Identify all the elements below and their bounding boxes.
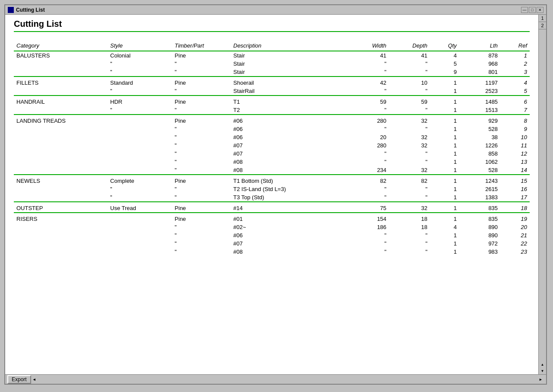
table-cell: 1 — [430, 185, 459, 193]
cutting-table: Category Style Timber/Part Description W… — [14, 41, 530, 256]
scroll-right-arrow[interactable]: ► — [537, 377, 544, 382]
table-cell: 18 — [500, 202, 530, 213]
col-style: Style — [108, 41, 172, 51]
table-cell: 16 — [500, 185, 530, 193]
table-cell: 1 — [500, 51, 530, 60]
table-cell: 82 — [389, 175, 430, 185]
table-cell: 835 — [459, 202, 500, 213]
table-cell: " — [389, 185, 430, 193]
right-sidebar: 1 2 ▲ ▼ — [538, 15, 546, 374]
table-cell: #01 — [231, 213, 348, 223]
table-cell: " — [108, 68, 172, 76]
table-row: ""T2""115137 — [14, 106, 530, 115]
table-cell: " — [389, 231, 430, 239]
table-cell: 22 — [500, 239, 530, 248]
maximize-button[interactable]: □ — [529, 7, 536, 13]
table-cell: 23 — [500, 248, 530, 256]
table-cell: #14 — [231, 202, 348, 213]
table-cell: " — [389, 248, 430, 256]
table-row: ""Stair""59682 — [14, 60, 530, 68]
table-cell: 1 — [430, 248, 459, 256]
page-2-btn[interactable]: 2 — [539, 22, 546, 29]
table-cell: 801 — [459, 68, 500, 76]
table-cell: 890 — [459, 223, 500, 231]
scroll-down-arrow[interactable]: ▼ — [540, 368, 546, 374]
bottom-bar: Export ◄ ► — [5, 374, 546, 384]
table-row: ""StairRail""125235 — [14, 87, 530, 96]
table-cell: " — [172, 248, 231, 256]
table-cell: 1 — [430, 96, 459, 106]
main-content: Cutting List Category Style Timber/Part … — [5, 15, 538, 374]
minimize-button[interactable]: — — [521, 7, 528, 13]
table-cell: " — [348, 248, 389, 256]
table-cell — [14, 248, 108, 256]
table-row: NEWELSCompletePineT1 Bottom (Std)8282112… — [14, 175, 530, 185]
table-cell — [14, 223, 108, 231]
table-cell: " — [389, 150, 430, 158]
window-title: Cutting List — [16, 7, 45, 13]
table-cell: 1 — [430, 193, 459, 202]
table-cell: 41 — [348, 51, 389, 60]
table-row: "#08""198323 — [14, 248, 530, 256]
table-cell — [14, 185, 108, 193]
table-cell: 18 — [389, 213, 430, 223]
table-cell: " — [172, 106, 231, 115]
table-cell — [14, 150, 108, 158]
table-cell: 929 — [459, 115, 500, 125]
table-cell: T3 Top (Std) — [231, 193, 348, 202]
table-cell: T2 — [231, 106, 348, 115]
horizontal-scrollbar[interactable] — [38, 375, 537, 384]
table-cell: 12 — [500, 150, 530, 158]
table-cell: " — [389, 106, 430, 115]
table-cell: " — [348, 87, 389, 96]
table-cell: " — [389, 158, 430, 166]
table-cell: 186 — [348, 223, 389, 231]
title-controls: — □ ✕ — [521, 7, 543, 13]
table-cell: 280 — [348, 115, 389, 125]
table-cell: Pine — [172, 115, 231, 125]
table-cell: 4 — [430, 51, 459, 60]
table-cell: 890 — [459, 231, 500, 239]
table-row: "#06""189021 — [14, 231, 530, 239]
table-row: HANDRAILHDRPineT15959114856 — [14, 96, 530, 106]
table-cell: 82 — [348, 175, 389, 185]
table-cell: 1 — [430, 115, 459, 125]
table-cell: #02~ — [231, 223, 348, 231]
scroll-up-arrow[interactable]: ▲ — [540, 361, 546, 368]
table-row: RISERSPine#0115418183519 — [14, 213, 530, 223]
table-cell: #08 — [231, 166, 348, 175]
scroll-left-arrow[interactable]: ◄ — [31, 377, 38, 382]
table-cell — [14, 106, 108, 115]
table-row: "#06203213810 — [14, 133, 530, 141]
table-cell: HANDRAIL — [14, 96, 108, 106]
table-cell: 32 — [389, 133, 430, 141]
table-cell: HDR — [108, 96, 172, 106]
table-cell: " — [348, 106, 389, 115]
table-cell: 2523 — [459, 87, 500, 96]
table-cell: 1 — [430, 76, 459, 87]
close-button[interactable]: ✕ — [537, 7, 543, 13]
table-cell: 41 — [389, 51, 430, 60]
table-cell: 1 — [430, 158, 459, 166]
table-cell: #06 — [231, 231, 348, 239]
table-cell: 878 — [459, 51, 500, 60]
export-button[interactable]: Export — [7, 375, 31, 384]
table-cell — [14, 158, 108, 166]
table-cell: BALUSTERS — [14, 51, 108, 60]
table-cell: 4 — [430, 223, 459, 231]
table-cell — [108, 125, 172, 133]
table-cell: " — [348, 125, 389, 133]
page-1-btn[interactable]: 1 — [539, 15, 546, 22]
table-cell — [108, 150, 172, 158]
table-cell: 3 — [500, 68, 530, 76]
table-cell: StairRail — [231, 87, 348, 96]
table-cell: 1 — [430, 166, 459, 175]
table-cell: 15 — [500, 175, 530, 185]
table-cell — [108, 133, 172, 141]
table-cell: " — [172, 185, 231, 193]
table-cell: " — [172, 87, 231, 96]
table-cell: 2 — [500, 60, 530, 68]
col-ref: Ref — [500, 41, 530, 51]
col-category: Category — [14, 41, 108, 51]
table-cell: 858 — [459, 150, 500, 158]
